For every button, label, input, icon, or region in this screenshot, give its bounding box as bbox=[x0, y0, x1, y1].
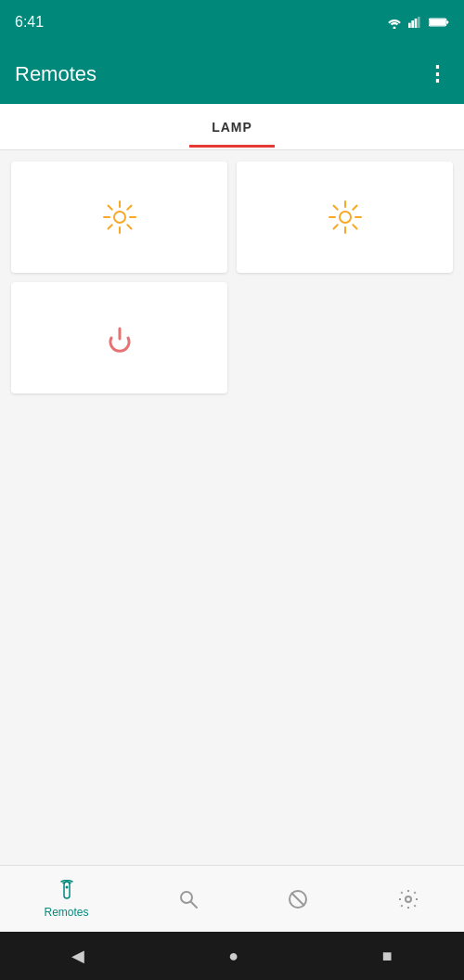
app-bar: Remotes ⋮ bbox=[0, 45, 464, 104]
main-content bbox=[0, 150, 464, 405]
remotes-nav-icon bbox=[56, 880, 78, 902]
remote-card-3[interactable] bbox=[11, 282, 227, 393]
nav-item-settings[interactable] bbox=[382, 881, 434, 918]
bottom-nav: Remotes bbox=[0, 865, 464, 932]
power-icon bbox=[102, 320, 137, 355]
status-icons bbox=[386, 16, 449, 29]
tab-bar: LAMP bbox=[0, 104, 464, 150]
status-time: 6:41 bbox=[15, 14, 44, 31]
android-back-btn[interactable]: ◀ bbox=[71, 946, 84, 966]
remote-card-2[interactable] bbox=[237, 161, 453, 273]
svg-line-23 bbox=[353, 206, 356, 210]
svg-rect-1 bbox=[408, 23, 411, 28]
battery-icon bbox=[429, 16, 449, 29]
svg-line-24 bbox=[333, 225, 337, 228]
app-title: Remotes bbox=[15, 62, 97, 86]
svg-point-28 bbox=[181, 892, 192, 903]
tab-lamp-label: LAMP bbox=[212, 120, 252, 135]
svg-point-16 bbox=[114, 212, 125, 223]
wifi-icon bbox=[386, 16, 403, 29]
svg-point-27 bbox=[65, 885, 68, 888]
svg-line-12 bbox=[108, 206, 111, 210]
blocked-nav-icon bbox=[287, 888, 309, 910]
nav-item-search[interactable] bbox=[162, 881, 214, 918]
svg-rect-7 bbox=[430, 19, 445, 25]
svg-line-21 bbox=[333, 206, 337, 210]
svg-line-14 bbox=[127, 206, 131, 210]
svg-line-22 bbox=[353, 225, 356, 228]
svg-point-32 bbox=[406, 896, 411, 902]
svg-line-15 bbox=[108, 225, 111, 228]
svg-point-0 bbox=[393, 27, 396, 30]
settings-nav-icon bbox=[397, 888, 419, 910]
remote-card-1[interactable] bbox=[11, 161, 227, 273]
svg-line-13 bbox=[127, 225, 131, 228]
svg-point-25 bbox=[340, 212, 351, 223]
svg-line-31 bbox=[291, 893, 304, 906]
svg-rect-6 bbox=[446, 20, 448, 23]
signal-icon bbox=[408, 16, 423, 29]
svg-rect-2 bbox=[411, 20, 414, 28]
tab-lamp[interactable]: LAMP bbox=[189, 107, 275, 148]
android-nav-bar: ◀ ● ■ bbox=[0, 932, 464, 980]
more-menu-icon[interactable]: ⋮ bbox=[427, 62, 449, 86]
nav-item-blocked[interactable] bbox=[272, 881, 324, 918]
nav-item-remotes[interactable]: Remotes bbox=[29, 872, 103, 926]
sun-icon-1 bbox=[102, 200, 137, 235]
android-home-btn[interactable]: ● bbox=[228, 947, 238, 966]
nav-label-remotes: Remotes bbox=[44, 906, 88, 919]
svg-line-29 bbox=[191, 902, 197, 908]
status-bar: 6:41 bbox=[0, 0, 464, 45]
sun-icon-2 bbox=[328, 200, 363, 235]
search-nav-icon bbox=[177, 888, 200, 910]
svg-rect-4 bbox=[418, 17, 420, 28]
svg-rect-3 bbox=[415, 19, 418, 28]
android-recent-btn[interactable]: ■ bbox=[382, 947, 393, 966]
